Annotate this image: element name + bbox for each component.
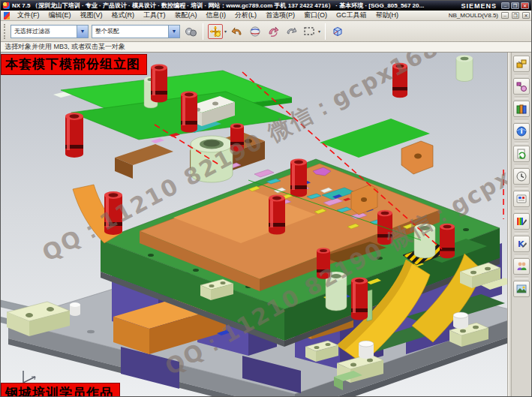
title-bar: NX 7.5 （深圳龙山下培训 · 专业 · 产品设计 · 模具设计 · 数控编…	[1, 1, 531, 11]
close-button[interactable]: ✕	[521, 2, 529, 9]
menu-preferences[interactable]: 首选项(P)	[261, 11, 299, 20]
menu-help[interactable]: 帮助(H)	[371, 11, 404, 20]
separator	[514, 231, 529, 234]
reposition-icon[interactable]	[266, 24, 281, 39]
selection-filter-combo[interactable]: 无选择过滤器 ▼	[11, 25, 89, 38]
svg-text:K: K	[518, 239, 524, 249]
nx-menu-logo	[4, 12, 10, 20]
reuse-library-icon[interactable]	[513, 146, 530, 162]
separator	[514, 141, 529, 144]
nx-app-icon	[3, 2, 10, 9]
active-part-label: NB_MOULD(V8.5)	[449, 12, 498, 19]
mdi-minimize-button[interactable]: –	[501, 12, 509, 19]
top-annotation-label: 本套模下模部份组立图	[1, 54, 147, 75]
menu-edit[interactable]: 编辑(E)	[44, 11, 76, 20]
assembly-navigator-icon[interactable]	[513, 56, 530, 72]
rectangle-select-icon[interactable]	[302, 24, 317, 39]
separator	[514, 164, 529, 167]
3d-model[interactable]	[1, 53, 507, 397]
menu-view[interactable]: 视图(V)	[76, 11, 107, 20]
mdi-restore-button[interactable]: ❐	[512, 12, 519, 19]
bottom-annotation-label: 钢城培训学员作品	[1, 383, 120, 397]
assembly-constraints-icon[interactable]	[183, 24, 198, 39]
window-title: NX 7.5 （深圳龙山下培训 · 专业 · 产品设计 · 模具设计 · 数控编…	[12, 2, 456, 10]
nx-application-window: NX 7.5 （深圳龙山下培训 · 专业 · 产品设计 · 模具设计 · 数控编…	[0, 0, 532, 397]
roles-icon[interactable]	[513, 191, 530, 207]
menu-gc-toolbox[interactable]: GC工具箱	[332, 11, 371, 20]
menu-information[interactable]: 信息(I)	[202, 11, 231, 20]
menu-format[interactable]: 格式(R)	[107, 11, 140, 20]
constraint-navigator-icon[interactable]	[513, 78, 530, 95]
resource-bar: i K	[511, 53, 531, 397]
separator	[514, 186, 529, 189]
toolbar-separator	[203, 23, 203, 40]
history-icon[interactable]	[513, 168, 530, 185]
image-gallery-icon[interactable]	[513, 281, 530, 297]
menu-bar: 文件(F) 编辑(E) 视图(V) 格式(R) 工具(T) 装配(A) 信息(I…	[1, 11, 531, 21]
orbit-view-icon[interactable]	[248, 24, 263, 39]
isometric-view-icon[interactable]	[330, 24, 345, 39]
undo-icon[interactable]	[230, 24, 245, 39]
separator	[514, 209, 529, 212]
selection-filter-value: 无选择过滤器	[11, 27, 77, 35]
separator	[514, 254, 529, 257]
menu-file[interactable]: 文件(F)	[13, 11, 44, 20]
menu-tools[interactable]: 工具(T)	[139, 11, 170, 20]
separator	[514, 276, 529, 279]
toolbar-grip[interactable]	[4, 24, 7, 39]
graphics-viewport[interactable]: QQ：11210 82190 微信：gcpx168 QQ：11210 82190…	[1, 53, 507, 397]
menu-assembly[interactable]: 装配(A)	[170, 11, 202, 20]
part-navigator-icon[interactable]	[513, 101, 530, 117]
visualization-icon[interactable]	[513, 213, 530, 230]
minimize-button[interactable]: –	[501, 2, 509, 9]
siemens-logo: SIEMENS	[461, 2, 497, 10]
separator	[514, 119, 529, 122]
shortcut-icon[interactable]: K	[513, 236, 530, 252]
maximize-button[interactable]: ❐	[511, 2, 519, 9]
mdi-close-button[interactable]: ✕	[522, 12, 530, 19]
prompt-bar: 选择对象并使用 MB3, 或者双击某一对象	[1, 42, 531, 53]
separator	[514, 74, 529, 77]
chevron-down-icon[interactable]: ▾	[224, 29, 227, 34]
user-roles-icon[interactable]	[513, 258, 530, 275]
internet-explorer-icon[interactable]: i	[513, 123, 530, 140]
separator	[514, 96, 529, 99]
prompt-text: 选择对象并使用 MB3, 或者双击某一对象	[5, 42, 125, 52]
chevron-down-icon[interactable]: ▼	[77, 26, 88, 38]
svg-text:i: i	[520, 128, 522, 135]
selection-scope-combo[interactable]: 整个装配 ▼	[92, 25, 180, 38]
chevron-down-icon[interactable]: ▾	[318, 29, 320, 34]
chevron-down-icon[interactable]: ▼	[168, 26, 179, 38]
toolbar-separator	[325, 23, 326, 40]
selection-toolbar: 无选择过滤器 ▼ 整个装配 ▼ ▾ ▾	[1, 21, 531, 42]
rotate-icon[interactable]	[284, 24, 299, 39]
move-component-icon[interactable]	[208, 24, 223, 39]
menu-window[interactable]: 窗口(O)	[299, 11, 332, 20]
menu-analysis[interactable]: 分析(L)	[230, 11, 261, 20]
selection-scope-value: 整个装配	[92, 27, 168, 35]
